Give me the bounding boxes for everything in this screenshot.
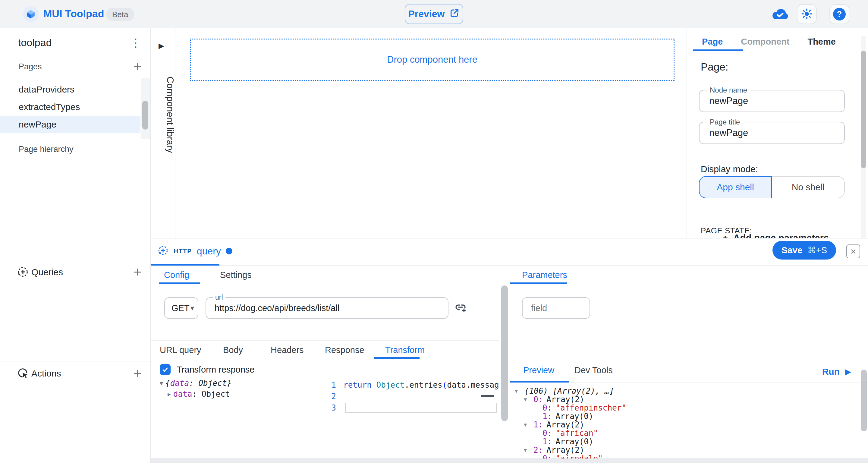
inspector-panel: Page Component Theme Page: Node name Pag…: [687, 28, 868, 238]
transform-response-checkbox[interactable]: [160, 364, 170, 375]
add-page-parameters-button[interactable]: + Add page parameters: [722, 233, 829, 238]
close-icon: ×: [850, 246, 856, 257]
project-menu-button[interactable]: ⋮: [128, 34, 144, 52]
overview-ruler-mark: [481, 395, 494, 397]
pages-section-label: Pages: [19, 62, 42, 71]
query-panel-scrollbar[interactable]: [499, 266, 510, 459]
external-link-icon: [450, 8, 460, 21]
beta-badge: Beta: [106, 8, 134, 21]
json-tree-row[interactable]: 0:"african": [510, 429, 857, 437]
node-name-field[interactable]: Node name: [699, 90, 845, 112]
json-tree-row[interactable]: ▼1:Array(2): [510, 421, 857, 429]
run-button[interactable]: Run ▶: [822, 361, 851, 382]
page-item-label: newPage: [19, 119, 56, 130]
json-tree-row[interactable]: 0:"affenpinscher": [510, 404, 857, 412]
preview-json-tree: ▼(106) [Array(2), …] ▼0:Array(2) 0:"affe…: [510, 387, 857, 459]
toolpad-app: MUI Toolpad Beta Preview: [0, 0, 868, 463]
node-name-input[interactable]: [709, 90, 836, 112]
add-action-button[interactable]: +: [129, 365, 146, 381]
expand-arrow-icon[interactable]: ▶: [167, 391, 171, 397]
transform-code-editor[interactable]: 1 return Object.entries(data.messag 2 3: [319, 378, 499, 459]
query-preview-column: Parameters Preview Dev Tools Run ▶ ▼(106…: [510, 266, 868, 459]
divider: [700, 219, 845, 219]
component-library-panel[interactable]: ▶ Component library: [151, 28, 176, 238]
query-tab[interactable]: HTTP query: [157, 239, 232, 264]
parameter-field[interactable]: [522, 297, 590, 319]
current-line-box: [345, 403, 497, 413]
code-text: return Object.entries(data.messag: [343, 380, 499, 390]
expand-library-icon[interactable]: ▶: [158, 41, 164, 50]
preview-scrollbar-thumb[interactable]: [861, 370, 867, 431]
method-select[interactable]: GET ▾: [164, 297, 198, 319]
http-query-icon: [157, 245, 169, 257]
method-value: GET: [172, 298, 190, 318]
queries-section-label: Queries: [31, 267, 63, 277]
tab-response[interactable]: Response: [325, 341, 364, 359]
result-tabs: Preview Dev Tools Run ▶: [510, 361, 868, 382]
theme-toggle-button[interactable]: [797, 4, 817, 24]
schema-key: data: [173, 390, 192, 399]
tab-theme[interactable]: Theme: [798, 33, 844, 50]
tab-settings[interactable]: Settings: [220, 266, 252, 284]
edit-url-button[interactable]: [453, 301, 468, 315]
tab-config[interactable]: Config: [164, 266, 189, 284]
url-field[interactable]: url: [206, 297, 448, 319]
json-tree-row[interactable]: ▼0:Array(2): [510, 395, 857, 404]
json-tree-row[interactable]: 1:Array(0): [510, 412, 857, 421]
tab-transform[interactable]: Transform: [385, 341, 425, 359]
active-config-tab-indicator: [159, 282, 200, 284]
close-query-panel-button[interactable]: ×: [846, 244, 860, 258]
tab-parameters[interactable]: Parameters: [522, 266, 567, 284]
scrollbar-thumb[interactable]: [501, 285, 508, 421]
tab-headers[interactable]: Headers: [271, 341, 304, 359]
tab-component[interactable]: Component: [732, 33, 798, 50]
page-title-input[interactable]: [709, 122, 836, 144]
page-item-label: dataProviders: [19, 84, 74, 95]
tab-page[interactable]: Page: [693, 33, 732, 50]
tab-preview[interactable]: Preview: [523, 361, 554, 379]
save-button[interactable]: Save ⌘+S: [772, 241, 836, 259]
tab-body[interactable]: Body: [223, 341, 243, 359]
sidebar-item-extractedtypes[interactable]: extractedTypes: [0, 98, 141, 116]
url-input[interactable]: [215, 298, 441, 318]
help-button[interactable]: ?: [830, 4, 849, 24]
link-icon: [454, 301, 467, 315]
page-hierarchy-label: Page hierarchy: [19, 145, 73, 154]
save-label: Save: [781, 245, 803, 255]
app-shell-option[interactable]: App shell: [699, 176, 772, 198]
json-tree-row[interactable]: ▼2:Array(2): [510, 446, 857, 454]
schema-brace: {: [165, 379, 170, 388]
parameter-input[interactable]: [531, 298, 585, 318]
schema-child-row[interactable]: ▶ data: Object: [160, 389, 316, 399]
sidebar-item-dataproviders[interactable]: dataProviders: [0, 81, 141, 98]
active-request-tab-indicator: [374, 357, 420, 359]
page-title-field[interactable]: Page title: [699, 122, 845, 144]
divider: [0, 59, 151, 59]
pages-scrollbar-thumb[interactable]: [142, 101, 148, 130]
preview-button[interactable]: Preview: [405, 4, 463, 24]
drop-zone-label: Drop component here: [387, 54, 477, 65]
add-page-button[interactable]: +: [129, 58, 146, 75]
tab-dev-tools[interactable]: Dev Tools: [575, 361, 613, 379]
schema-root-row[interactable]: ▼ {data: Object}: [160, 378, 316, 389]
inspector-scrollbar-thumb[interactable]: [861, 51, 866, 168]
sidebar-item-newpage[interactable]: newPage: [0, 116, 141, 133]
drop-zone[interactable]: Drop component here: [190, 38, 675, 81]
code-line: 1 return Object.entries(data.messag: [319, 379, 499, 391]
display-mode-label: Display mode:: [701, 164, 758, 174]
add-query-button[interactable]: +: [129, 264, 146, 280]
explorer-sidebar: toolpad ⋮ Pages + dataProviders extracte…: [0, 28, 151, 463]
toolpad-logo-icon: [23, 6, 38, 22]
request-tabs: URL query Body Headers Response Transfor…: [151, 340, 499, 359]
json-tree-row[interactable]: 1:Array(0): [510, 437, 857, 446]
project-name: toolpad: [18, 37, 52, 49]
collapse-arrow-icon[interactable]: ▼: [160, 380, 163, 387]
tab-url-query[interactable]: URL query: [160, 341, 201, 359]
transform-response-label: Transform response: [177, 365, 254, 375]
schema-type: : Object: [192, 390, 230, 399]
json-tree-row[interactable]: ▼(106) [Array(2), …]: [510, 387, 857, 395]
divider: [0, 361, 151, 362]
query-name-label: query: [197, 246, 221, 257]
json-tree-row[interactable]: 0:"airedale": [510, 454, 857, 459]
no-shell-option[interactable]: No shell: [772, 176, 845, 198]
